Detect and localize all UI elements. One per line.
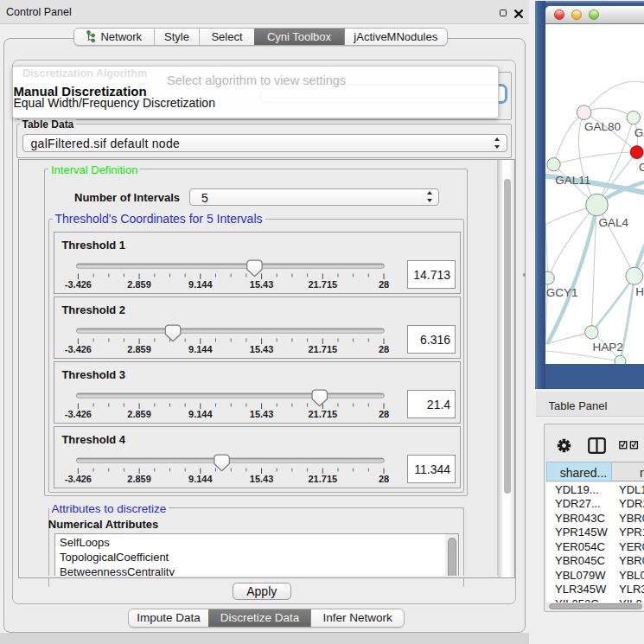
svg-text:9.144: 9.144	[188, 408, 213, 418]
svg-text:2.859: 2.859	[127, 343, 151, 354]
svg-text:9.144: 9.144	[188, 473, 213, 483]
svg-text:15.43: 15.43	[249, 278, 273, 289]
svg-text:2.859: 2.859	[127, 473, 151, 483]
svg-text:2.859: 2.859	[127, 278, 151, 289]
svg-text:21.715: 21.715	[308, 343, 337, 354]
svg-text:15.43: 15.43	[249, 343, 273, 354]
svg-text:GA: GA	[639, 161, 644, 174]
svg-text:-3.426: -3.426	[64, 278, 91, 289]
svg-text:15.43: 15.43	[249, 408, 273, 418]
svg-text:HAP2: HAP2	[593, 341, 623, 354]
svg-text:-3.426: -3.426	[64, 343, 91, 354]
svg-text:21.715: 21.715	[308, 278, 337, 289]
svg-text:21.715: 21.715	[308, 473, 337, 483]
svg-text:-3.426: -3.426	[64, 408, 91, 418]
svg-text:GCY1: GCY1	[546, 286, 578, 299]
svg-text:28: 28	[378, 278, 388, 289]
svg-text:9.144: 9.144	[188, 278, 213, 289]
svg-text:GAL4: GAL4	[598, 216, 628, 229]
svg-text:GAL11: GAL11	[555, 174, 590, 187]
svg-text:15.43: 15.43	[249, 473, 273, 483]
svg-text:21.715: 21.715	[308, 408, 337, 418]
svg-text:GAL80: GAL80	[584, 120, 621, 133]
svg-text:-3.426: -3.426	[64, 473, 91, 483]
svg-text:28: 28	[378, 408, 388, 418]
svg-text:9.144: 9.144	[188, 343, 213, 354]
svg-text:28: 28	[378, 343, 388, 354]
svg-text:28: 28	[378, 473, 388, 483]
svg-text:GA: GA	[634, 126, 644, 139]
svg-text:HIS4: HIS4	[635, 285, 644, 298]
svg-text:2.859: 2.859	[127, 408, 151, 418]
